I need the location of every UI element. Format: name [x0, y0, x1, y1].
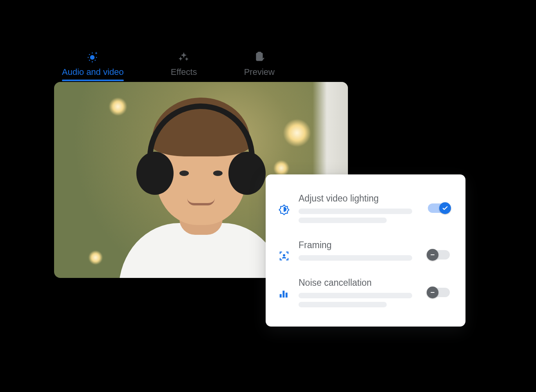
brightness-icon	[277, 193, 291, 215]
minus-icon	[427, 287, 438, 298]
check-icon	[439, 202, 451, 214]
setting-description-placeholder	[299, 209, 412, 214]
tab-audio-and-video[interactable]: Audio and video	[62, 50, 124, 80]
tab-preview[interactable]: Preview	[244, 50, 275, 80]
person-frame-icon	[277, 240, 291, 262]
setting-description-placeholder	[299, 293, 412, 298]
tab-label: Effects	[171, 67, 197, 77]
sparkles-icon	[177, 50, 191, 64]
toggle-adjust-video-lighting[interactable]	[428, 203, 450, 213]
audio-video-settings-card: Adjust video lighting	[266, 174, 465, 327]
equalizer-icon	[277, 278, 291, 299]
setting-adjust-video-lighting: Adjust video lighting	[277, 188, 454, 232]
participant-video-placeholder	[119, 113, 283, 278]
tab-label: Audio and video	[62, 67, 124, 77]
svg-rect-6	[286, 293, 288, 298]
toggle-framing[interactable]	[428, 250, 450, 260]
gear-sparkle-icon	[86, 50, 100, 64]
setting-framing: Framing	[277, 234, 454, 270]
setting-description-placeholder	[299, 302, 387, 307]
toggle-noise-cancellation[interactable]	[428, 288, 450, 297]
svg-rect-4	[280, 294, 282, 298]
tab-effects[interactable]: Effects	[171, 50, 197, 80]
setting-description-placeholder	[299, 255, 412, 261]
svg-rect-5	[282, 291, 284, 298]
svg-rect-2	[258, 52, 261, 54]
minus-icon	[427, 249, 438, 261]
setting-title: Framing	[299, 240, 420, 250]
tabs-bar: Audio and video Effects Preview	[54, 39, 469, 80]
setting-title: Noise cancellation	[299, 278, 420, 288]
clipboard-check-icon	[252, 50, 266, 64]
setting-description-placeholder	[299, 218, 387, 223]
tab-label: Preview	[244, 67, 275, 77]
svg-point-3	[283, 254, 285, 256]
setting-title: Adjust video lighting	[299, 193, 420, 204]
setting-noise-cancellation: Noise cancellation	[277, 272, 454, 316]
